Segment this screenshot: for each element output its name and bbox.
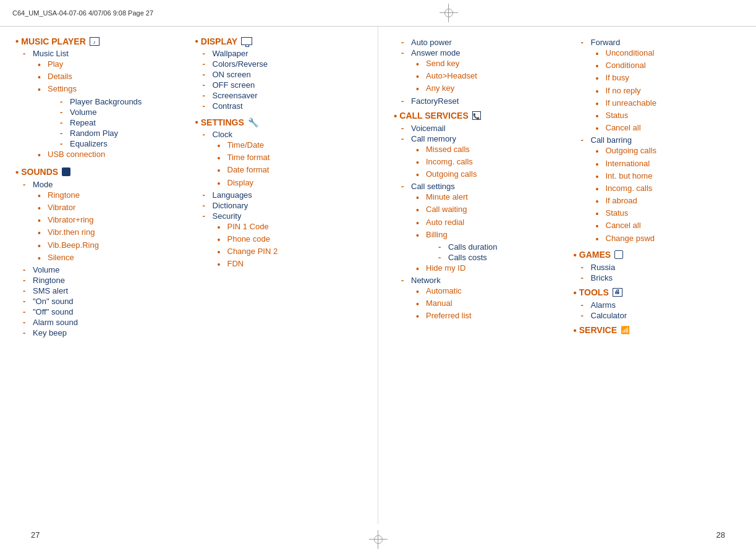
dot-icon: •: [416, 71, 422, 82]
play-label: Play: [48, 59, 63, 69]
auto-power-item: -Auto power: [401, 38, 561, 47]
col3: -Auto power -Answer mode •Send key •Auto…: [394, 36, 561, 341]
call-waiting-label: Call waiting: [426, 205, 467, 214]
call-settings-label: Call settings: [411, 182, 455, 191]
if-no-reply-label: If no reply: [606, 86, 641, 95]
settings-section: • SETTINGS 🔧 -Clock •Time/Date •Tim: [195, 117, 363, 271]
tools-icon: 🖨: [613, 288, 622, 297]
dash-icon: -: [581, 300, 587, 310]
auto-headset-item: •Auto>Headset: [416, 71, 561, 82]
music-list-label: Music List: [33, 49, 69, 58]
equalizers-item: - Equalizers: [60, 139, 183, 148]
cancel-all-bar-label: Cancel all: [606, 221, 641, 230]
incomg-calls-item: •Incomg. calls: [416, 157, 561, 168]
outgoing-calls-label: Outgoing calls: [426, 169, 477, 179]
call-settings-item: -Call settings: [401, 182, 561, 191]
volume-sounds-label: Volume: [33, 265, 59, 274]
russia-label: Russia: [591, 263, 616, 272]
dash-icon: -: [203, 70, 209, 79]
two-pages: • MUSIC PLAYER ♪ - Music List: [0, 27, 756, 524]
alarm-sound-label: Alarm sound: [33, 318, 78, 327]
display-sub: -Wallpaper -Colors/Reverse -ON screen -O…: [195, 49, 363, 111]
preferred-list-item: •Preferred list: [416, 311, 561, 322]
if-unreachable-label: If unreachable: [606, 98, 656, 108]
if-no-reply-item: •If no reply: [596, 86, 741, 97]
fdn-label: FDN: [227, 259, 244, 268]
on-screen-item: -ON screen: [203, 70, 363, 79]
network-item: -Network: [401, 276, 561, 285]
dash-icon: -: [60, 118, 66, 127]
display-clock-label: Display: [227, 178, 254, 187]
games-sub: -Russia -Bricks: [574, 263, 741, 282]
page28-columns: -Auto power -Answer mode •Send key •Auto…: [394, 36, 741, 341]
alarms-label: Alarms: [591, 300, 616, 310]
sms-alert-item: -SMS alert: [23, 286, 183, 295]
dash-icon: -: [401, 124, 407, 133]
player-bg-item: - Player Backgrounds: [60, 97, 183, 106]
auto-redial-item: •Auto redial: [416, 218, 561, 229]
if-abroad-item: •If abroad: [596, 196, 741, 207]
call-waiting-item: •Call waiting: [416, 205, 561, 216]
call-barring-item: -Call barring: [581, 135, 741, 145]
games-title: GAMES: [579, 250, 623, 260]
music-list-group: - Music List • Play • Details: [15, 49, 183, 161]
hide-id-label: Hide my ID: [426, 263, 465, 273]
call-settings-sub: •Minute alert •Call waiting •Auto redial…: [401, 192, 561, 274]
page27-columns: • MUSIC PLAYER ♪ - Music List: [15, 36, 362, 342]
music-icon: ♪: [90, 37, 100, 46]
sounds-title: SOUNDS: [21, 167, 70, 177]
usb-label: USB connection: [48, 150, 105, 159]
contrast-label: Contrast: [213, 101, 243, 111]
bullet-tools: •: [574, 287, 577, 298]
header-text: C64_UM_USA-04-07-06 4/07/06 9:08 Page 27: [12, 9, 153, 17]
dash-icon: -: [401, 182, 407, 191]
dot-icon: •: [596, 61, 602, 72]
dash-icon: -: [401, 48, 407, 57]
bricks-label: Bricks: [591, 273, 613, 282]
key-beep-label: Key beep: [33, 328, 67, 337]
off-sound-item: -"Off" sound: [23, 307, 183, 316]
dot-icon: •: [596, 98, 602, 109]
dot-icon: •: [596, 171, 602, 182]
calls-costs-item: -Calls costs: [438, 253, 561, 262]
network-label: Network: [411, 276, 441, 285]
date-format-label: Date format: [227, 165, 270, 174]
page-numbers: 27 28: [0, 524, 756, 555]
outgoing-calls-bar-label: Outgoing calls: [606, 146, 656, 155]
silence-item: •Silence: [38, 253, 183, 264]
equalizers-label: Equalizers: [70, 139, 108, 148]
dot-icon: •: [596, 146, 602, 157]
incomg-bar-label: Incomg. calls: [606, 184, 653, 193]
repeat-item: - Repeat: [60, 118, 183, 127]
clock-item: -Clock: [203, 130, 363, 139]
vibrator-item: •Vibrator: [38, 203, 183, 214]
incomg-calls-label: Incomg. calls: [426, 157, 473, 166]
settings-sub: - Player Backgrounds - Volume -: [38, 97, 183, 148]
tools-sub: -Alarms -Calculator: [574, 300, 741, 320]
automatic-item: •Automatic: [416, 286, 561, 297]
settings-icon: 🔧: [248, 117, 258, 127]
volume-label: Volume: [70, 108, 96, 117]
play-item: • Play: [38, 59, 183, 70]
pin1-label: PIN 1 Code: [227, 222, 269, 231]
dash-icon: -: [203, 190, 209, 200]
dot-icon: •: [596, 196, 602, 207]
dash-icon: -: [60, 108, 66, 117]
dot-icon: •: [218, 178, 224, 189]
dash-icon: -: [23, 307, 29, 316]
sms-alert-label: SMS alert: [33, 286, 68, 295]
mode-item: - Mode: [23, 180, 183, 189]
dot-icon: •: [218, 222, 224, 233]
billing-sub: -Calls duration -Calls costs: [416, 242, 561, 262]
dash-icon: -: [23, 328, 29, 337]
music-player-section: • MUSIC PLAYER ♪ - Music List: [15, 36, 183, 161]
pin1-item: •PIN 1 Code: [218, 222, 363, 233]
call-services-sub: -Voicemail -Call memory •Missed calls •I…: [394, 124, 561, 323]
settings-item: • Settings: [38, 84, 183, 95]
alarm-sound-item: -Alarm sound: [23, 318, 183, 327]
call-icon: 📞: [472, 111, 481, 120]
dot-icon: •: [218, 140, 224, 151]
vibrator-ring-label: Vibrator+ring: [48, 215, 94, 224]
screensaver-item: -Screensaver: [203, 91, 363, 100]
bullet-call: •: [394, 111, 397, 121]
